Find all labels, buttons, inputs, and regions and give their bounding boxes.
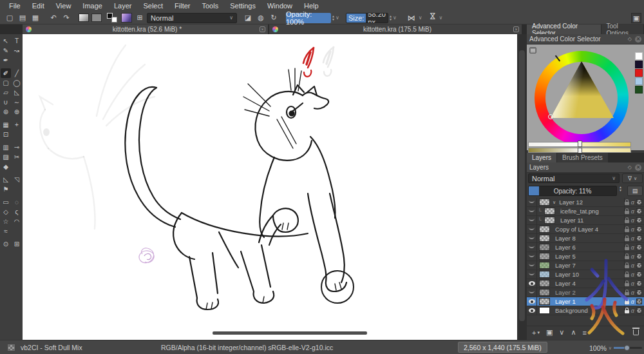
undo-icon[interactable]: ↶ bbox=[48, 13, 59, 23]
tool-gradient[interactable]: ▥ bbox=[1, 143, 11, 152]
lock-icon[interactable] bbox=[625, 265, 629, 268]
color-swatch[interactable] bbox=[635, 77, 643, 85]
layer-row[interactable]: Copy of Layer 4 α bbox=[527, 225, 644, 234]
tool-reference-images[interactable]: ⚑ bbox=[1, 184, 11, 194]
tool-transform[interactable]: ▦ bbox=[1, 120, 11, 130]
selector-settings-icon[interactable] bbox=[529, 47, 536, 54]
inherit-alpha-icon[interactable] bbox=[636, 280, 642, 286]
visibility-toggle[interactable] bbox=[527, 306, 537, 315]
chevron-down-icon[interactable]: ∨ bbox=[393, 15, 397, 21]
inherit-alpha-icon[interactable] bbox=[636, 262, 642, 268]
open-document-icon[interactable]: ▤ bbox=[17, 13, 28, 23]
lock-icon[interactable] bbox=[625, 229, 629, 232]
tab-layers[interactable]: Layers bbox=[527, 153, 556, 162]
fg-bg-colors[interactable] bbox=[107, 13, 117, 23]
tab-brush-presets[interactable]: Brush Presets bbox=[557, 153, 608, 162]
visibility-toggle[interactable] bbox=[527, 216, 537, 224]
tab-tool-options[interactable]: Tool Options bbox=[601, 25, 644, 34]
slider-thumb[interactable] bbox=[624, 345, 630, 351]
menu-file[interactable]: File bbox=[4, 1, 26, 11]
visibility-toggle[interactable] bbox=[527, 261, 537, 270]
inherit-alpha-icon[interactable] bbox=[636, 235, 642, 241]
visibility-toggle[interactable] bbox=[527, 207, 537, 215]
gradient-chooser[interactable] bbox=[79, 14, 89, 22]
eraser-mode-icon[interactable]: ◪ bbox=[242, 13, 254, 23]
pattern-chooser[interactable] bbox=[91, 14, 102, 22]
layer-row[interactable]: Layer 7 α bbox=[527, 261, 644, 270]
float-docker-icon[interactable]: ◇ bbox=[628, 164, 632, 170]
chevron-down-icon[interactable]: ∨ bbox=[439, 15, 443, 21]
inherit-alpha-icon[interactable] bbox=[636, 217, 642, 223]
layer-row[interactable]: Layer 5 α bbox=[527, 252, 644, 261]
inherit-alpha-icon[interactable] bbox=[636, 226, 642, 232]
tool-text[interactable]: T bbox=[12, 36, 22, 46]
alpha-lock-icon[interactable]: α bbox=[631, 217, 634, 224]
tool-assistants[interactable]: ◺ bbox=[1, 175, 11, 184]
visibility-toggle[interactable] bbox=[527, 243, 537, 251]
inherit-alpha-icon[interactable] bbox=[636, 253, 642, 259]
tool-color-sampler[interactable]: ⊸ bbox=[12, 143, 22, 152]
layer-opacity-spinner[interactable]: ▴▾ bbox=[620, 186, 621, 192]
lock-icon[interactable] bbox=[625, 238, 629, 241]
canvas-horizontal-scrollbar[interactable] bbox=[213, 331, 367, 335]
scrollbar-thumb[interactable] bbox=[519, 50, 525, 321]
layer-row[interactable]: Layer 10 α bbox=[527, 270, 644, 279]
alpha-lock-icon[interactable]: α bbox=[631, 226, 634, 233]
preserve-alpha-icon[interactable]: ◍ bbox=[255, 13, 267, 23]
color-swatch[interactable] bbox=[635, 52, 643, 60]
tool-edit-shapes[interactable]: ✎ bbox=[1, 46, 11, 55]
menu-tools[interactable]: Tools bbox=[197, 1, 224, 11]
layer-row[interactable]: └ icefire_tat.png α bbox=[527, 207, 644, 216]
tool-ellipse[interactable]: ◯ bbox=[12, 78, 22, 88]
float-docker-icon[interactable]: ◇ bbox=[628, 36, 632, 42]
alpha-lock-icon[interactable]: α bbox=[631, 244, 634, 251]
layer-filter-button[interactable]: ∇ ∨ bbox=[622, 173, 643, 183]
brush-preset-icon[interactable] bbox=[8, 344, 15, 351]
canvas-vertical-scrollbar[interactable] bbox=[517, 34, 527, 340]
save-document-icon[interactable]: ▦ bbox=[30, 13, 41, 23]
layer-row-selected[interactable]: Layer 1 α bbox=[527, 297, 644, 306]
tool-measure[interactable]: ◹ bbox=[12, 175, 22, 184]
color-swatch[interactable] bbox=[635, 61, 643, 68]
size-spinner[interactable]: ▴▾ bbox=[390, 15, 392, 21]
layer-row[interactable]: └ Layer 11 α bbox=[527, 216, 644, 225]
document-tab-1[interactable]: kittotten.kra (52.6 MiB) * × bbox=[23, 25, 268, 34]
menu-settings[interactable]: Settings bbox=[225, 1, 261, 11]
alpha-lock-icon[interactable]: α bbox=[631, 208, 634, 215]
inherit-alpha-icon[interactable] bbox=[636, 199, 642, 205]
layer-blending-mode-dropdown[interactable]: Normal ∨ bbox=[528, 173, 620, 183]
tool-freehand-path[interactable]: ✒ bbox=[1, 55, 11, 65]
visibility-toggle[interactable] bbox=[527, 288, 537, 297]
tool-line[interactable]: ╱ bbox=[12, 68, 22, 78]
tool-bezier-curve[interactable]: ∪ bbox=[1, 97, 11, 107]
move-layer-down-button[interactable]: ∨ bbox=[559, 328, 564, 337]
tool-freehand-brush[interactable]: ✐ bbox=[1, 68, 11, 78]
tab-advanced-color-selector[interactable]: Advanced Color Selector bbox=[527, 25, 601, 34]
advanced-color-selector-body[interactable] bbox=[527, 44, 644, 150]
tool-freehand-curve[interactable]: ∼ bbox=[12, 97, 22, 107]
alpha-lock-icon[interactable]: α bbox=[631, 280, 634, 287]
tool-multibrush[interactable]: ⊕ bbox=[12, 107, 22, 117]
tool-polygon-select[interactable]: ◇ bbox=[1, 207, 11, 217]
inherit-alpha-icon[interactable] bbox=[636, 271, 642, 277]
duplicate-layer-button[interactable]: ▣ bbox=[546, 328, 553, 337]
tool-pattern-edit[interactable]: ▨ bbox=[1, 152, 11, 162]
lock-icon[interactable] bbox=[625, 292, 629, 295]
add-layer-button[interactable]: +▾ bbox=[532, 329, 540, 337]
menu-edit[interactable]: Edit bbox=[27, 1, 50, 11]
chevron-down-icon[interactable]: ∨ bbox=[609, 346, 612, 351]
redo-icon[interactable]: ↷ bbox=[61, 13, 72, 23]
zoom-slider[interactable] bbox=[614, 347, 642, 349]
current-brush-preset[interactable]: vb2CI - Soft Dull Mix bbox=[21, 344, 82, 351]
move-layer-up-button[interactable]: ∧ bbox=[571, 328, 576, 337]
visibility-toggle[interactable] bbox=[527, 198, 537, 206]
tool-polygon[interactable]: ▱ bbox=[1, 88, 11, 97]
visibility-toggle[interactable] bbox=[527, 279, 537, 288]
layer-row[interactable]: Background α bbox=[527, 306, 644, 315]
layer-row[interactable]: Layer 6 α bbox=[527, 243, 644, 252]
tool-magnetic-select[interactable]: ≈ bbox=[1, 226, 11, 236]
layer-row[interactable]: ∨ Layer 12 α bbox=[527, 198, 644, 207]
tool-smart-patch[interactable]: ✂ bbox=[12, 152, 22, 162]
close-icon[interactable]: ✕ bbox=[635, 164, 641, 171]
alpha-lock-icon[interactable]: α bbox=[631, 308, 634, 314]
